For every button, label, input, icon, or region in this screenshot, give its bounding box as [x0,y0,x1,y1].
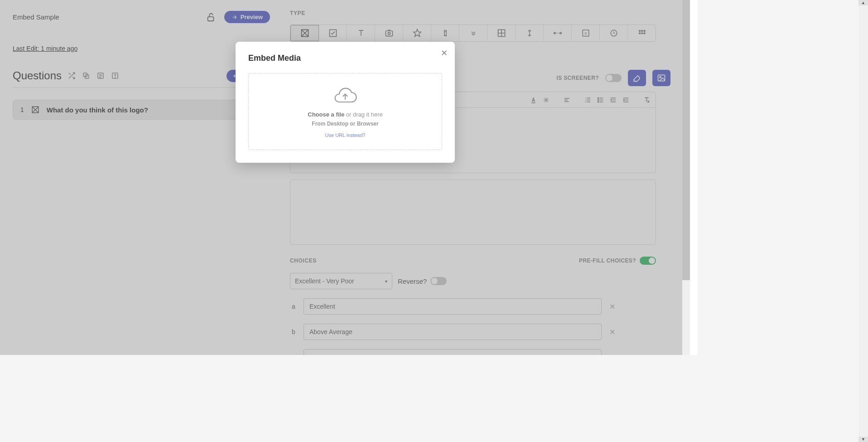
main-area: Embed Sample Preview Last Edit: 1 minute… [0,0,682,355]
dropzone-text-secondary: From Desktop or Browser [312,121,378,127]
scroll-down-arrow-icon[interactable]: ▼ [858,437,868,442]
outer-scrollbar[interactable]: ▲ ▼ [858,0,868,442]
embed-media-modal: Embed Media ✕ Choose a file or drag it h… [236,42,455,163]
drag-text: or drag it here [344,111,383,118]
upload-dropzone[interactable]: Choose a file or drag it here From Deskt… [248,73,442,150]
outer-scrollbar-track[interactable] [858,5,868,437]
scroll-up-arrow-icon[interactable]: ▲ [858,0,868,5]
cloud-upload-icon [333,86,358,106]
dropzone-text-primary: Choose a file or drag it here [308,111,382,118]
use-url-link[interactable]: Use URL instead? [325,132,366,138]
modal-close-icon[interactable]: ✕ [441,48,448,58]
inner-scrollbar-thumb[interactable] [682,0,690,280]
choose-file-link[interactable]: Choose a file [308,111,344,118]
inner-scrollbar[interactable] [682,0,690,355]
modal-title: Embed Media [248,53,442,63]
page-shell: Embed Sample Preview Last Edit: 1 minute… [0,0,698,355]
